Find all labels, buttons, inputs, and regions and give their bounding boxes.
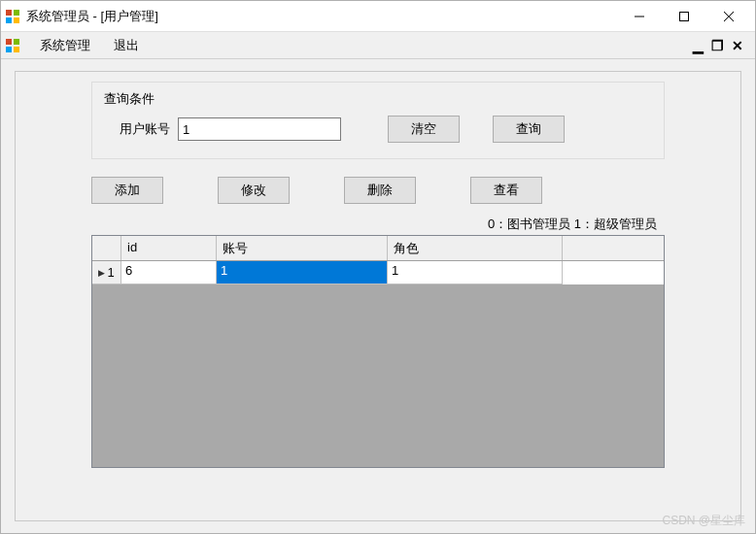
query-group-title: 查询条件 — [102, 86, 654, 116]
inner-panel: 查询条件 用户账号 清空 查询 添加 修改 删除 查看 0：图书管理员 1：超级… — [15, 71, 741, 521]
svg-rect-9 — [14, 39, 19, 45]
cell-account[interactable]: 1 — [217, 261, 388, 284]
data-grid[interactable]: id 账号 角色 ▶ 1 6 1 1 — [91, 235, 665, 468]
role-legend: 0：图书管理员 1：超级管理员 — [91, 216, 665, 233]
grid-header: id 账号 角色 — [92, 236, 664, 261]
svg-rect-5 — [680, 12, 689, 20]
clear-button[interactable]: 清空 — [388, 116, 460, 143]
row-indicator-icon: ▶ — [98, 268, 105, 278]
view-button[interactable]: 查看 — [470, 177, 542, 204]
row-selector-header[interactable] — [92, 236, 121, 260]
svg-rect-8 — [6, 39, 12, 45]
col-header-id[interactable]: id — [121, 236, 217, 260]
svg-rect-3 — [14, 17, 19, 23]
close-button[interactable] — [706, 2, 751, 31]
menu-system[interactable]: 系统管理 — [28, 33, 102, 58]
app-icon — [5, 9, 20, 24]
row-number: 1 — [107, 265, 114, 280]
mdi-restore-icon[interactable]: ❐ — [711, 38, 724, 53]
col-header-role[interactable]: 角色 — [388, 236, 563, 260]
titlebar: 系统管理员 - [用户管理] — [1, 1, 755, 32]
minimize-button[interactable] — [617, 2, 662, 31]
delete-button[interactable]: 删除 — [344, 177, 416, 204]
svg-rect-2 — [6, 17, 12, 23]
action-row: 添加 修改 删除 查看 — [91, 177, 665, 204]
maximize-button[interactable] — [662, 2, 706, 31]
query-group: 查询条件 用户账号 清空 查询 — [91, 82, 665, 159]
add-button[interactable]: 添加 — [91, 177, 163, 204]
edit-button[interactable]: 修改 — [218, 177, 290, 204]
mdi-controls: ▁ ❐ ✕ — [693, 38, 751, 53]
menubar: 系统管理 退出 ▁ ❐ ✕ — [1, 32, 755, 59]
col-header-account[interactable]: 账号 — [217, 236, 388, 260]
row-selector[interactable]: ▶ 1 — [92, 261, 121, 284]
cell-id[interactable]: 6 — [121, 261, 217, 284]
main-window: 系统管理员 - [用户管理] 系统管理 退出 ▁ ❐ ✕ — [0, 0, 756, 534]
window-controls — [617, 2, 751, 31]
svg-rect-1 — [14, 10, 19, 16]
mdi-close-icon[interactable]: ✕ — [732, 38, 743, 53]
svg-rect-10 — [6, 47, 12, 52]
menu-exit[interactable]: 退出 — [102, 33, 151, 58]
mdi-app-icon — [5, 38, 20, 53]
mdi-minimize-icon[interactable]: ▁ — [693, 38, 704, 53]
account-label: 用户账号 — [120, 120, 170, 138]
content-area: 查询条件 用户账号 清空 查询 添加 修改 删除 查看 0：图书管理员 1：超级… — [1, 59, 755, 533]
query-row: 用户账号 清空 查询 — [102, 116, 654, 143]
search-button[interactable]: 查询 — [493, 116, 565, 143]
svg-rect-11 — [14, 47, 19, 52]
account-input[interactable] — [178, 117, 341, 141]
window-title: 系统管理员 - [用户管理] — [26, 8, 617, 25]
svg-rect-0 — [6, 10, 12, 16]
cell-role[interactable]: 1 — [388, 261, 563, 284]
grid-row[interactable]: ▶ 1 6 1 1 — [92, 261, 664, 284]
